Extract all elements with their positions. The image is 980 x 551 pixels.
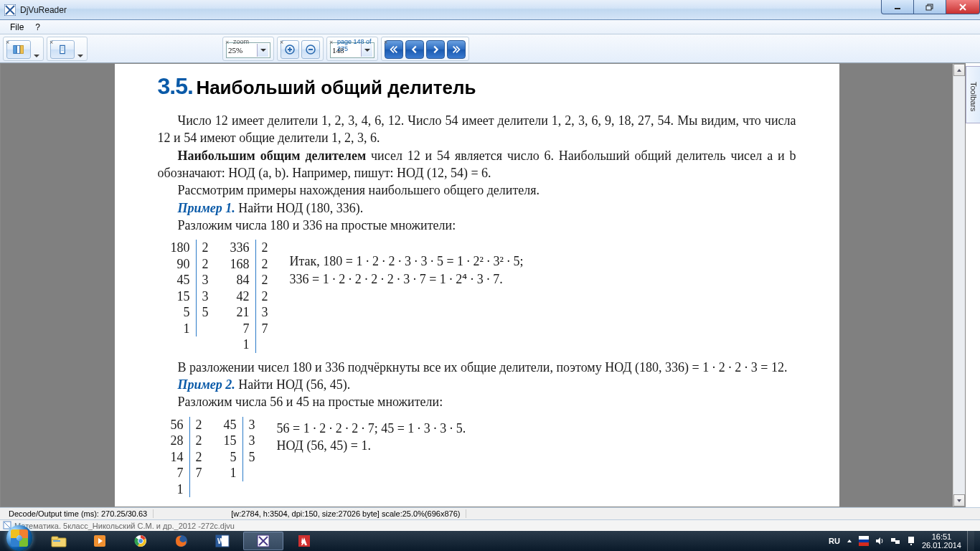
svg-rect-30 — [859, 540, 869, 542]
view-dropdown[interactable] — [77, 53, 84, 59]
paragraph: Наибольшим общим делителем чисел 12 и 54… — [158, 147, 796, 182]
factor-result: Итак, 180 = 1 · 2 · 2 · 3 · 3 · 5 = 1 · … — [290, 240, 524, 288]
factor-left-336: 33616884422171 — [230, 240, 256, 353]
window-close-button[interactable] — [946, 0, 980, 14]
prev-page-button[interactable] — [405, 40, 424, 59]
close-icon[interactable]: × — [280, 39, 283, 46]
layout-dropdown[interactable] — [33, 53, 40, 59]
zoom-value: 25% — [228, 46, 257, 55]
factor-right-336: 222237 — [256, 240, 268, 353]
chevron-down-icon[interactable] — [257, 44, 268, 57]
start-button[interactable] — [0, 531, 39, 551]
show-desktop-button[interactable] — [967, 531, 974, 551]
paragraph: Разложим числа 180 и 336 на простые множ… — [158, 217, 796, 234]
factor-right-56: 2227 — [190, 417, 202, 498]
svg-rect-34 — [910, 544, 912, 545]
close-icon[interactable]: × — [50, 39, 53, 46]
svg-rect-7 — [60, 45, 65, 53]
tool-group-nav: × — [381, 37, 469, 61]
factorization-block: 18090451551 22335 33616884422171 222237 — [171, 240, 796, 353]
close-icon[interactable]: × — [225, 39, 229, 46]
scroll-down-button[interactable] — [953, 494, 965, 507]
factor-left-180: 18090451551 — [171, 240, 197, 336]
page-label: page 148 of 275 — [337, 38, 377, 52]
svg-rect-4 — [14, 45, 17, 53]
close-icon[interactable]: × — [329, 39, 333, 46]
document-tab-bar: Математика. 5класс_Никольский С.М. и др.… — [0, 519, 980, 531]
close-icon[interactable]: × — [6, 39, 9, 46]
language-indicator[interactable]: RU — [829, 537, 840, 545]
zoom-label: zoom — [233, 38, 249, 45]
windows-orb-icon — [6, 525, 32, 551]
svg-rect-3 — [926, 6, 931, 10]
taskbar-djvu[interactable] — [243, 532, 283, 550]
factorization-block: 56281471 2227 451551 335 — [171, 417, 796, 498]
app-icon — [4, 4, 16, 16]
svg-rect-6 — [20, 45, 23, 53]
single-page-button[interactable] — [50, 40, 75, 59]
paragraph: В разложении чисел 180 и 336 подчёркнуты… — [158, 359, 796, 376]
factor-right-45: 335 — [243, 417, 255, 481]
example-heading: Пример 1. Найти НОД (180, 336). — [158, 199, 796, 217]
paragraph: Рассмотрим примеры нахождения наибольшег… — [158, 182, 796, 199]
taskbar-word[interactable]: W — [202, 532, 242, 550]
next-page-button[interactable] — [426, 40, 445, 59]
paragraph: Число 12 имеет делители 1, 2, 3, 4, 6, 1… — [158, 112, 796, 147]
status-bar: Decode/Output time (ms): 270.25/30.63 [w… — [0, 507, 980, 519]
paragraph: Разложим числа 56 и 45 на простые множит… — [158, 393, 796, 410]
taskbar-adobe[interactable] — [284, 532, 324, 550]
action-center-icon[interactable] — [906, 536, 916, 546]
example-heading: Пример 2. Найти НОД (56, 45). — [158, 376, 796, 393]
scroll-up-button[interactable] — [953, 64, 965, 76]
taskbar-explorer[interactable] — [39, 532, 79, 550]
vertical-scrollbar[interactable] — [953, 64, 965, 507]
network-icon[interactable] — [890, 536, 900, 546]
volume-icon[interactable] — [875, 536, 885, 546]
svg-point-22 — [138, 539, 143, 544]
status-info: [w:2784, h:3504, dpi:150, size:27026 byt… — [225, 509, 466, 518]
flag-icon[interactable] — [859, 536, 869, 546]
window-restore-button[interactable] — [913, 0, 946, 14]
svg-rect-33 — [895, 540, 900, 544]
factor-left-45: 451551 — [224, 417, 243, 481]
svg-rect-18 — [52, 537, 58, 540]
window-title: DjVuReader — [20, 5, 67, 15]
taskbar: W RU 16:51 26.01.2014 — [0, 531, 980, 551]
svg-rect-5 — [17, 45, 20, 53]
toolbar: × × × zoom 25% × × page 148 of 275 — [0, 34, 980, 63]
svg-rect-32 — [891, 538, 895, 542]
tool-group-layout: × — [3, 37, 44, 61]
tool-group-view: × — [47, 37, 88, 61]
window-titlebar: DjVuReader — [0, 0, 980, 20]
tray-expand-icon[interactable] — [846, 537, 853, 545]
tool-group-zoom-buttons: × — [277, 37, 324, 61]
taskbar-media-player[interactable] — [80, 532, 120, 550]
section-title: Наибольший общий делитель — [196, 77, 476, 98]
factor-left-56: 56281471 — [171, 417, 190, 498]
zoom-out-button[interactable] — [301, 40, 320, 59]
menu-bar: File ? — [0, 20, 980, 34]
menu-file[interactable]: File — [4, 21, 29, 34]
last-page-button[interactable] — [447, 40, 466, 59]
document-name[interactable]: Математика. 5класс_Никольский С.М. и др.… — [14, 522, 235, 530]
document-viewport: 3.5. Наибольший общий делитель Число 12 … — [0, 63, 966, 507]
menu-help[interactable]: ? — [29, 21, 46, 34]
toolbars-tab[interactable]: Toolbars — [966, 66, 980, 123]
status-decode: Decode/Output time (ms): 270.25/30.63 — [3, 509, 154, 518]
factor-right-180: 22335 — [197, 240, 209, 336]
layout-button[interactable] — [6, 40, 31, 59]
system-tray: RU 16:51 26.01.2014 — [829, 531, 980, 551]
document-page: 3.5. Наибольший общий делитель Число 12 … — [115, 64, 839, 507]
svg-rect-19 — [53, 540, 60, 542]
svg-rect-31 — [859, 542, 869, 546]
clock[interactable]: 16:51 26.01.2014 — [922, 532, 961, 550]
window-minimize-button[interactable] — [881, 0, 914, 14]
tool-group-zoom: × zoom 25% — [222, 37, 274, 61]
svg-text:W: W — [217, 537, 225, 545]
tool-group-page: × page 148 of 275 148 — [326, 37, 378, 61]
taskbar-firefox[interactable] — [161, 532, 202, 550]
factor-result: 56 = 1 · 2 · 2 · 2 · 7; 45 = 1 · 3 · 3 ·… — [277, 417, 466, 455]
taskbar-chrome[interactable] — [121, 532, 161, 550]
close-icon[interactable]: × — [384, 39, 387, 46]
section-number: 3.5. — [158, 73, 193, 99]
